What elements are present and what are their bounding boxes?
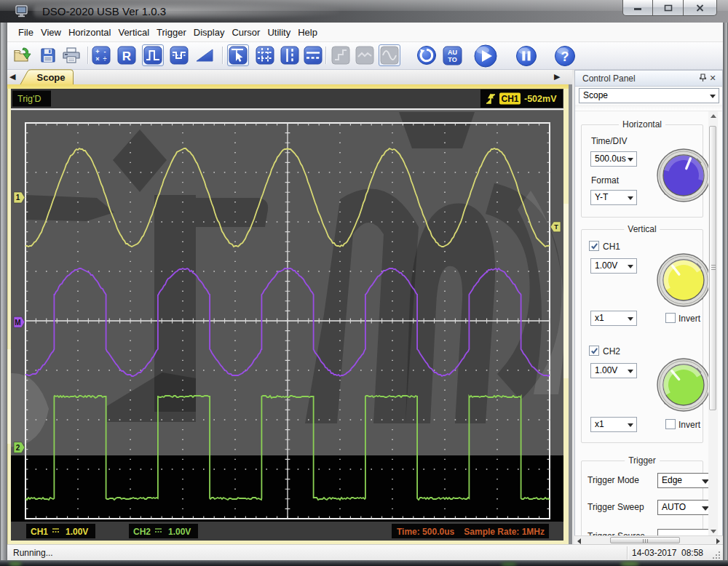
control-panel-title: Control Panel	[582, 73, 697, 84]
refresh-button[interactable]	[416, 44, 438, 66]
zigzag-wave-icon	[355, 46, 374, 65]
ch2-scale-combo[interactable]: 1.00V	[590, 363, 637, 378]
svg-text:1.00V: 1.00V	[168, 527, 191, 537]
pause-icon	[515, 45, 537, 67]
panel-vscrollbar[interactable]	[708, 111, 718, 536]
title-bar[interactable]: DSO-2020 USB Ver 1.0.3	[0, 0, 728, 23]
autoset-button[interactable]: AU TO	[441, 44, 463, 66]
svg-text:CH1: CH1	[31, 527, 48, 537]
menu-display[interactable]: Display	[194, 27, 225, 38]
refresh-icon	[416, 45, 437, 65]
ch2-invert-checkbox[interactable]	[665, 419, 676, 429]
ch1-scale-combo[interactable]: 1.00V	[590, 258, 637, 274]
ch2-scale-value: 1.00V	[595, 365, 617, 375]
horizontal-knob[interactable]	[654, 146, 713, 207]
time-readout: Time: 500.0us	[397, 527, 454, 537]
ch1-mult-combo[interactable]: x1	[590, 311, 637, 326]
sample-rate-readout: Sample Rate: 1MHz	[464, 527, 545, 537]
trigger-status-box: Trig'D	[12, 91, 51, 107]
trigger-level: -502mV	[524, 94, 557, 104]
ch1-knob[interactable]	[654, 251, 713, 312]
scroll-right-icon[interactable]	[716, 538, 720, 544]
panel-close-icon[interactable]: ✕	[708, 73, 718, 83]
ch2-checkbox[interactable]	[589, 346, 599, 356]
pulse-measure-button[interactable]	[142, 44, 164, 66]
menu-cursor[interactable]: Cursor	[232, 27, 260, 38]
chevron-down-icon	[628, 196, 633, 200]
help-button[interactable]: ?	[553, 44, 577, 68]
trigger-status: Trig'D	[17, 94, 41, 104]
pulse-levels-button[interactable]	[168, 44, 190, 66]
format-combo[interactable]: Y-T	[590, 190, 637, 205]
ch1-scale-value: 1.00V	[595, 260, 617, 271]
reference-wave-button[interactable]: R	[116, 44, 138, 66]
tab-scroll-right-icon[interactable]: ▶	[554, 72, 560, 81]
svg-text:Scope: Scope	[36, 72, 65, 83]
step-wave-button	[330, 44, 352, 66]
ch2-knob[interactable]	[654, 356, 713, 417]
menu-help[interactable]: Help	[298, 27, 317, 38]
pause-button[interactable]	[514, 44, 539, 68]
scroll-up-icon[interactable]	[711, 114, 716, 118]
vertical-cursors-button[interactable]	[279, 44, 301, 66]
minimize-icon	[633, 4, 642, 11]
scroll-left-icon[interactable]	[577, 538, 581, 544]
panel-selector[interactable]: Scope	[579, 88, 719, 103]
svg-text:M: M	[15, 319, 20, 327]
start-button[interactable]	[472, 42, 499, 70]
ch2-mult-combo[interactable]: x1	[590, 417, 637, 432]
ch1-invert-checkbox[interactable]	[665, 313, 676, 323]
ch1-readout: CH1 1.00V	[26, 524, 95, 538]
time-div-combo[interactable]: 500.0us	[590, 151, 637, 167]
menu-utility[interactable]: Utility	[267, 27, 290, 38]
window-title: DSO-2020 USB Ver 1.0.3	[42, 5, 166, 17]
scope-screen[interactable]: 1 M 2 T Trig'D CH1 -502mV CH1 1.00V CH2 …	[11, 89, 563, 541]
cursor-grid-button[interactable]	[254, 44, 276, 66]
ch1-mult-value: x1	[595, 313, 604, 323]
vertical-cursors-icon	[280, 46, 299, 65]
resize-grip-icon[interactable]	[712, 549, 721, 558]
window-border-left	[0, 23, 7, 560]
vscrollbar-thumb[interactable]	[709, 126, 716, 410]
ch1-checkbox[interactable]	[589, 241, 599, 251]
horizontal-cursors-button[interactable]	[302, 44, 324, 66]
close-button[interactable]	[684, 0, 717, 16]
maximize-button[interactable]	[653, 0, 684, 16]
svg-text:CH2: CH2	[133, 527, 151, 537]
maximize-icon	[664, 4, 673, 12]
print-button[interactable]	[60, 44, 82, 66]
svg-text:1: 1	[16, 194, 20, 202]
ramp-button[interactable]	[194, 44, 215, 66]
trigger-mode-combo[interactable]: Edge	[657, 473, 713, 488]
tab-shape: Scope	[19, 69, 76, 85]
scroll-down-icon[interactable]	[711, 530, 716, 533]
cursor-select-button[interactable]	[227, 44, 249, 66]
panel-content: Horizontal Time/DIV 500.0us Format Y-T V…	[575, 111, 722, 536]
group-horizontal-label: Horizontal	[619, 119, 665, 129]
window-border-bottom	[0, 560, 728, 566]
panel-hscrollbar[interactable]	[574, 535, 723, 544]
hscrollbar-thumb[interactable]	[610, 537, 680, 543]
math-operations-icon: + - × ÷	[92, 46, 111, 65]
status-bar: Running... 14-03-2017 08:58	[7, 544, 723, 560]
menu-file[interactable]: File	[18, 27, 33, 38]
menu-trigger[interactable]: Trigger	[157, 27, 186, 38]
play-icon	[473, 44, 498, 68]
grip-dots-icon	[712, 551, 721, 559]
minimize-button[interactable]	[622, 0, 653, 16]
menu-view[interactable]: View	[41, 27, 61, 38]
tab-scroll-left-icon[interactable]: ◀	[9, 72, 15, 81]
trigger-sweep-combo[interactable]: AUTO	[657, 500, 713, 515]
svg-text:1.00V: 1.00V	[66, 527, 88, 537]
math-operations-button[interactable]: + - × ÷	[90, 44, 112, 66]
format-value: Y-T	[595, 192, 608, 202]
save-button[interactable]	[37, 44, 59, 66]
menu-horizontal[interactable]: Horizontal	[68, 27, 111, 38]
svg-text:2: 2	[16, 444, 20, 452]
chevron-down-icon	[710, 95, 716, 98]
open-button[interactable]	[12, 44, 33, 66]
menu-vertical[interactable]: Vertical	[118, 27, 149, 38]
ch1-invert-label: Invert	[678, 314, 700, 324]
pin-icon[interactable]	[697, 73, 708, 83]
control-panel-header[interactable]: Control Panel ✕	[575, 71, 722, 87]
